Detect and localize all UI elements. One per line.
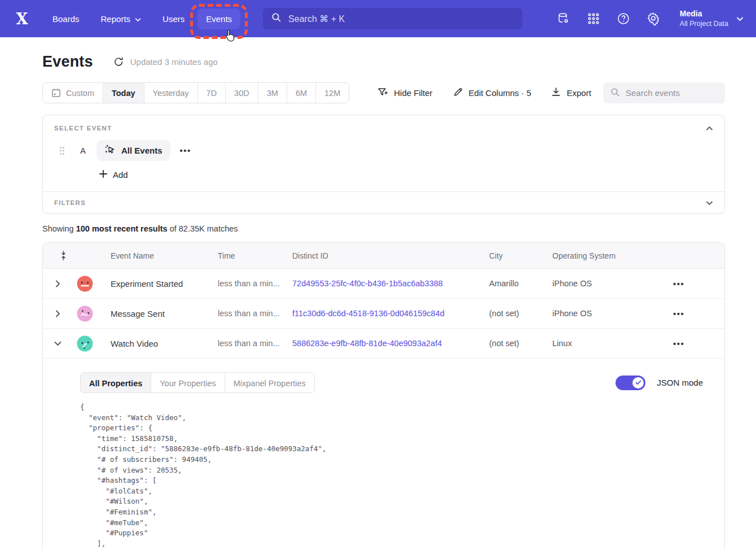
event-json-content: { "event": "Watch Video", "properties": … <box>80 402 713 549</box>
table-row[interactable]: Watch Videoless than a min...5886283e-e9… <box>43 329 724 359</box>
time-cell: less than a min... <box>218 279 292 288</box>
tab-mixpanel-properties[interactable]: Mixpanel Properties <box>225 373 314 393</box>
results-summary: Showing 100 most recent results of 82.35… <box>42 224 725 233</box>
project-selector[interactable]: Media All Project Data <box>676 8 744 29</box>
json-mode-toggle[interactable] <box>616 376 645 390</box>
distinct-id-link[interactable]: f11c30d6-dc6d-4518-9136-0d046159c84d <box>292 309 489 318</box>
tab-label: Mixpanel Properties <box>234 379 306 388</box>
date-range-custom[interactable]: Custom <box>43 83 103 103</box>
page-title: Events <box>42 53 93 71</box>
tab-label: All Properties <box>89 379 142 388</box>
date-range-label: Custom <box>66 89 94 98</box>
help-icon[interactable] <box>617 12 630 25</box>
table-row[interactable]: Message Sentless than a min...f11c30d6-d… <box>43 299 724 329</box>
date-range-label: 7D <box>206 89 217 98</box>
data-management-icon[interactable] <box>557 12 570 25</box>
date-range-yesterday[interactable]: Yesterday <box>144 83 197 103</box>
chevron-down-icon <box>736 14 744 24</box>
search-events-input[interactable]: Search events <box>603 82 725 103</box>
tab-label: Your Properties <box>160 379 216 388</box>
settings-gear-icon[interactable] <box>647 12 660 25</box>
date-range-label: Yesterday <box>153 89 189 98</box>
event-name-cell: Experiment Started <box>102 279 218 289</box>
nav-item-label: Boards <box>52 14 80 24</box>
apps-grid-icon[interactable] <box>587 12 600 25</box>
city-cell: (not set) <box>489 309 552 318</box>
row-more-options-icon[interactable]: ••• <box>673 309 724 318</box>
col-header-os[interactable]: Operating System <box>552 251 673 260</box>
city-cell: (not set) <box>489 339 552 348</box>
global-search-input[interactable]: Search ⌘ + K <box>263 8 522 29</box>
chevron-down-icon <box>135 14 141 24</box>
add-event-button[interactable]: Add <box>99 170 128 180</box>
search-icon <box>271 12 282 25</box>
search-icon <box>610 88 620 99</box>
event-selector-chip[interactable]: All Events <box>96 140 170 161</box>
expand-row-icon[interactable] <box>43 310 72 317</box>
last-updated-text: Updated 3 minutes ago <box>130 57 218 67</box>
collapse-section-icon[interactable] <box>706 126 713 131</box>
col-header-city[interactable]: City <box>489 251 552 260</box>
expand-collapse-all-icon[interactable] <box>25 251 102 260</box>
nav-item-boards[interactable]: Boards <box>44 8 88 29</box>
date-range-label: 3M <box>267 89 278 98</box>
distinct-id-link[interactable]: 72d49553-25fc-4f0c-b436-1b5ac6ab3388 <box>292 279 489 288</box>
date-range-label: Today <box>112 89 135 98</box>
nav-item-events[interactable]: Events <box>197 8 240 29</box>
date-range-3m[interactable]: 3M <box>258 83 287 103</box>
nav-item-label: Reports <box>101 14 131 24</box>
filters-label: FILTERS <box>54 199 86 206</box>
expand-row-icon[interactable] <box>43 280 72 287</box>
col-header-time[interactable]: Time <box>218 251 292 260</box>
table-row[interactable]: Experiment Startedless than a min...72d4… <box>43 269 724 299</box>
hand-cursor-icon <box>223 29 236 42</box>
calendar-icon <box>51 88 61 98</box>
date-range-6m[interactable]: 6M <box>287 83 315 103</box>
json-mode-label: JSON mode <box>657 378 703 387</box>
event-avatar <box>72 335 102 352</box>
date-range-control: CustomTodayYesterday7D30D3M6M12M <box>42 82 349 103</box>
nav-item-users[interactable]: Users <box>154 8 193 29</box>
mixpanel-logo-icon[interactable]: X <box>12 10 32 28</box>
os-cell: iPhone OS <box>552 279 673 288</box>
pencil-icon <box>453 87 463 99</box>
date-range-today[interactable]: Today <box>103 83 144 103</box>
funnel-plus-icon <box>377 87 388 99</box>
refresh-icon[interactable] <box>113 56 125 67</box>
date-range-label: 30D <box>234 89 249 98</box>
collapse-row-icon[interactable] <box>43 341 72 346</box>
main-nav: BoardsReportsUsersEvents <box>44 8 240 29</box>
date-range-12m[interactable]: 12M <box>315 83 349 103</box>
active-nav-annotation: Events <box>197 8 240 29</box>
row-more-options-icon[interactable]: ••• <box>673 339 724 348</box>
event-name-cell: Watch Video <box>102 339 218 348</box>
date-range-label: 12M <box>324 89 340 98</box>
col-header-event-name[interactable]: Event Name <box>102 251 218 260</box>
export-button[interactable]: Export <box>551 87 591 99</box>
event-avatar <box>72 305 102 322</box>
events-table: Event Name Time Distinct ID City Operati… <box>42 242 725 550</box>
tab-all-properties[interactable]: All Properties <box>81 373 151 393</box>
plus-icon <box>99 170 107 180</box>
drag-handle-icon[interactable] <box>59 146 65 155</box>
navbar-right: Media All Project Data <box>557 8 744 29</box>
tab-your-properties[interactable]: Your Properties <box>151 373 224 393</box>
row-more-options-icon[interactable]: ••• <box>673 279 724 289</box>
expand-filters-icon[interactable] <box>706 200 713 206</box>
event-detail-panel: All PropertiesYour PropertiesMixpanel Pr… <box>43 359 724 550</box>
os-cell: iPhone OS <box>552 309 673 318</box>
nav-item-reports[interactable]: Reports <box>93 8 150 29</box>
hide-filter-button[interactable]: Hide Filter <box>377 87 432 99</box>
global-search-placeholder: Search ⌘ + K <box>288 14 345 24</box>
event-avatar <box>72 276 102 292</box>
query-builder-card: SELECT EVENT A <box>42 115 725 214</box>
event-more-options-icon[interactable]: ••• <box>180 146 191 155</box>
date-range-7d[interactable]: 7D <box>197 83 226 103</box>
date-range-30d[interactable]: 30D <box>225 83 258 103</box>
distinct-id-link[interactable]: 5886283e-e9fb-48fb-81de-40e9093a2af4 <box>292 339 489 348</box>
download-icon <box>551 87 561 99</box>
date-range-label: 6M <box>296 89 307 98</box>
edit-columns-button[interactable]: Edit Columns · 5 <box>453 87 531 99</box>
project-name: Media <box>680 8 728 19</box>
col-header-distinct-id[interactable]: Distinct ID <box>292 251 489 260</box>
